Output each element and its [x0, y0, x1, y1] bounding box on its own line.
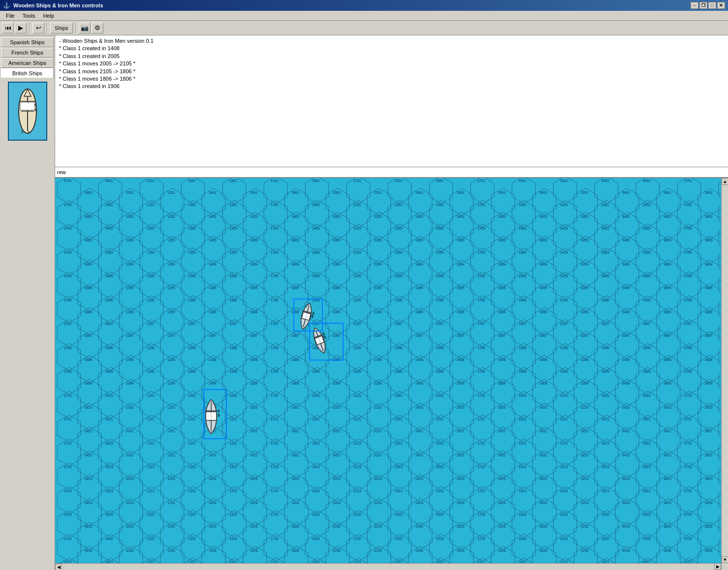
menu-tools[interactable]: Tools — [19, 12, 39, 20]
play-button[interactable]: ▶ — [15, 23, 27, 33]
undo-button[interactable]: ↩ — [32, 23, 44, 33]
rewind-button[interactable]: ⏮ — [2, 23, 14, 33]
title-bar: ⚓ Wooden Ships & Iron Men controls ─ ❐ □… — [0, 0, 728, 11]
tab-french-ships[interactable]: French Ships — [1, 48, 54, 58]
restore-button[interactable]: ❐ — [699, 2, 707, 9]
tab-british-ships[interactable]: British Ships — [1, 68, 54, 78]
map-scrollbar-vertical[interactable]: ▲ ▼ — [721, 178, 728, 570]
settings-button[interactable]: ⚙ — [92, 23, 103, 33]
hex-map-canvas[interactable] — [55, 178, 721, 563]
log-scroll[interactable]: - Wooden Ships & Iron Men version 0.1 * … — [55, 35, 728, 167]
app-icon: ⚓ — [3, 2, 10, 9]
tab-american-ships[interactable]: American Ships — [1, 58, 54, 68]
scroll-right-button[interactable]: ▶ — [714, 563, 721, 570]
log-line-5: * Class 1 moves 1806 -> 1806 * — [59, 75, 724, 83]
menu-file[interactable]: File — [2, 12, 19, 20]
log-line-4: * Class 1 moves 2105 -> 1806 * — [59, 68, 724, 75]
log-line-3: * Class 1 moves 2005 -> 2105 * — [59, 60, 724, 67]
log-line-1: * Class 1 created in 1408 — [59, 45, 724, 52]
window-title: Wooden Ships & Iron Men controls — [13, 2, 691, 8]
svg-text:3: 3 — [34, 108, 36, 112]
tab-spanish-ships[interactable]: Spanish Ships — [1, 37, 54, 47]
scroll-down-button[interactable]: ▼ — [722, 556, 728, 563]
svg-rect-4 — [20, 102, 35, 110]
ship-preview-image: 5 3 5 3 — [10, 84, 45, 138]
toolbar: ⏮ ▶ ↩ Ships 📷 ⚙ — [0, 21, 728, 35]
left-panel: Spanish Ships French Ships American Ship… — [0, 35, 55, 570]
maximize-button[interactable]: □ — [708, 2, 716, 9]
window-controls: ─ ❐ □ ✕ — [691, 2, 725, 9]
svg-text:5: 5 — [21, 130, 23, 134]
toolbar-separator-2 — [47, 23, 48, 33]
log-line-6: * Class 1 created in 1906 — [59, 83, 724, 90]
log-input-row — [55, 167, 728, 177]
ship-preview: 5 3 5 3 — [8, 82, 47, 141]
toolbar-separator-3 — [75, 23, 76, 33]
main-layout: Spanish Ships French Ships American Ship… — [0, 35, 728, 570]
camera-button[interactable]: 📷 — [79, 23, 91, 33]
map-scrollbar-horizontal[interactable]: ◀ ▶ — [55, 563, 721, 570]
svg-text:3: 3 — [28, 130, 30, 134]
log-line-2: * Class 1 created in 2005 — [59, 53, 724, 60]
menu-help[interactable]: Help — [39, 12, 58, 20]
log-input[interactable] — [55, 167, 728, 177]
menu-bar: File Tools Help — [0, 11, 728, 21]
scroll-left-button[interactable]: ◀ — [55, 564, 62, 570]
toolbar-separator — [29, 23, 30, 33]
right-content: - Wooden Ships & Iron Men version 0.1 * … — [55, 35, 728, 570]
log-area: - Wooden Ships & Iron Men version 0.1 * … — [55, 35, 728, 178]
ships-button[interactable]: Ships — [50, 23, 73, 33]
nation-tabs: Spanish Ships French Ships American Ship… — [0, 35, 55, 78]
svg-text:5: 5 — [34, 103, 36, 107]
minimize-button[interactable]: ─ — [691, 2, 698, 9]
hex-map-container[interactable]: ▲ ▼ ◀ ▶ — [55, 178, 728, 570]
close-button[interactable]: ✕ — [717, 2, 725, 9]
log-line-0: - Wooden Ships & Iron Men version 0.1 — [59, 37, 724, 45]
scroll-up-button[interactable]: ▲ — [722, 178, 728, 185]
